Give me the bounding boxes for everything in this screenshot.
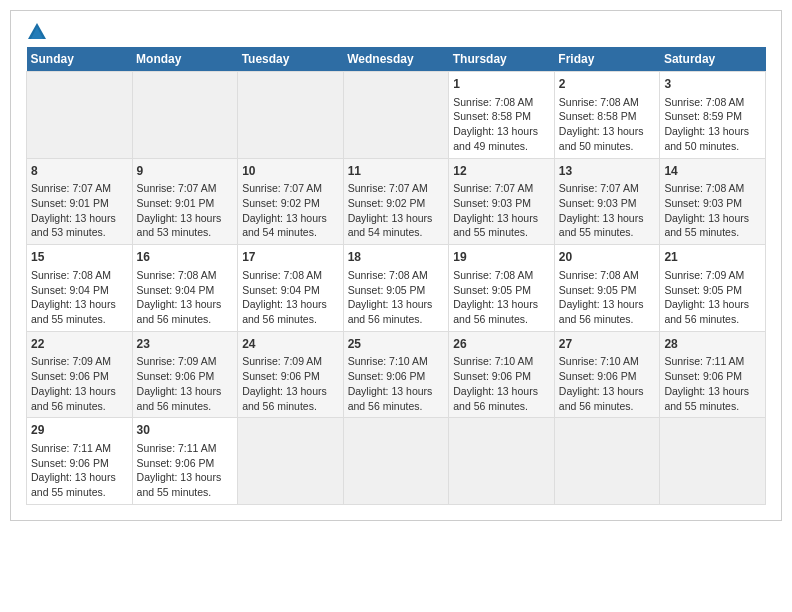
calendar-cell [27, 72, 133, 159]
day-number: 30 [137, 422, 234, 439]
calendar-cell: 28Sunrise: 7:11 AM Sunset: 9:06 PM Dayli… [660, 331, 766, 418]
day-number: 24 [242, 336, 339, 353]
calendar-cell: 14Sunrise: 7:08 AM Sunset: 9:03 PM Dayli… [660, 158, 766, 245]
calendar-cell: 1Sunrise: 7:08 AM Sunset: 8:58 PM Daylig… [449, 72, 555, 159]
calendar-cell: 16Sunrise: 7:08 AM Sunset: 9:04 PM Dayli… [132, 245, 238, 332]
calendar-cell: 18Sunrise: 7:08 AM Sunset: 9:05 PM Dayli… [343, 245, 449, 332]
day-number: 25 [348, 336, 445, 353]
day-number: 15 [31, 249, 128, 266]
col-wednesday: Wednesday [343, 47, 449, 72]
calendar-table: Sunday Monday Tuesday Wednesday Thursday… [26, 47, 766, 505]
week-row-4: 22Sunrise: 7:09 AM Sunset: 9:06 PM Dayli… [27, 331, 766, 418]
calendar-cell: 29Sunrise: 7:11 AM Sunset: 9:06 PM Dayli… [27, 418, 133, 505]
calendar-cell [343, 418, 449, 505]
calendar-cell: 9Sunrise: 7:07 AM Sunset: 9:01 PM Daylig… [132, 158, 238, 245]
col-saturday: Saturday [660, 47, 766, 72]
col-thursday: Thursday [449, 47, 555, 72]
calendar-cell: 22Sunrise: 7:09 AM Sunset: 9:06 PM Dayli… [27, 331, 133, 418]
calendar-cell: 10Sunrise: 7:07 AM Sunset: 9:02 PM Dayli… [238, 158, 344, 245]
day-number: 2 [559, 76, 656, 93]
calendar-cell [238, 418, 344, 505]
calendar-cell [449, 418, 555, 505]
day-number: 18 [348, 249, 445, 266]
day-number: 22 [31, 336, 128, 353]
day-number: 13 [559, 163, 656, 180]
day-number: 28 [664, 336, 761, 353]
day-number: 23 [137, 336, 234, 353]
logo [26, 21, 56, 43]
calendar-cell: 8Sunrise: 7:07 AM Sunset: 9:01 PM Daylig… [27, 158, 133, 245]
week-row-1: 1Sunrise: 7:08 AM Sunset: 8:58 PM Daylig… [27, 72, 766, 159]
day-number: 8 [31, 163, 128, 180]
day-number: 9 [137, 163, 234, 180]
header [26, 21, 766, 43]
calendar-cell: 20Sunrise: 7:08 AM Sunset: 9:05 PM Dayli… [554, 245, 660, 332]
calendar-cell [343, 72, 449, 159]
calendar-cell: 27Sunrise: 7:10 AM Sunset: 9:06 PM Dayli… [554, 331, 660, 418]
calendar-cell: 23Sunrise: 7:09 AM Sunset: 9:06 PM Dayli… [132, 331, 238, 418]
calendar-cell: 2Sunrise: 7:08 AM Sunset: 8:58 PM Daylig… [554, 72, 660, 159]
day-number: 17 [242, 249, 339, 266]
calendar-cell: 26Sunrise: 7:10 AM Sunset: 9:06 PM Dayli… [449, 331, 555, 418]
day-number: 27 [559, 336, 656, 353]
day-number: 11 [348, 163, 445, 180]
day-number: 16 [137, 249, 234, 266]
col-friday: Friday [554, 47, 660, 72]
calendar-cell: 17Sunrise: 7:08 AM Sunset: 9:04 PM Dayli… [238, 245, 344, 332]
calendar-cell: 19Sunrise: 7:08 AM Sunset: 9:05 PM Dayli… [449, 245, 555, 332]
calendar-cell: 21Sunrise: 7:09 AM Sunset: 9:05 PM Dayli… [660, 245, 766, 332]
calendar-cell: 13Sunrise: 7:07 AM Sunset: 9:03 PM Dayli… [554, 158, 660, 245]
logo-icon [26, 21, 48, 43]
day-number: 21 [664, 249, 761, 266]
calendar-cell: 12Sunrise: 7:07 AM Sunset: 9:03 PM Dayli… [449, 158, 555, 245]
day-number: 20 [559, 249, 656, 266]
col-sunday: Sunday [27, 47, 133, 72]
week-row-5: 29Sunrise: 7:11 AM Sunset: 9:06 PM Dayli… [27, 418, 766, 505]
calendar-cell: 30Sunrise: 7:11 AM Sunset: 9:06 PM Dayli… [132, 418, 238, 505]
day-number: 19 [453, 249, 550, 266]
calendar-cell: 3Sunrise: 7:08 AM Sunset: 8:59 PM Daylig… [660, 72, 766, 159]
col-monday: Monday [132, 47, 238, 72]
day-number: 14 [664, 163, 761, 180]
day-number: 1 [453, 76, 550, 93]
day-number: 12 [453, 163, 550, 180]
calendar-cell: 15Sunrise: 7:08 AM Sunset: 9:04 PM Dayli… [27, 245, 133, 332]
calendar-cell [660, 418, 766, 505]
calendar-container: Sunday Monday Tuesday Wednesday Thursday… [10, 10, 782, 521]
day-number: 10 [242, 163, 339, 180]
calendar-cell [554, 418, 660, 505]
day-number: 3 [664, 76, 761, 93]
calendar-cell: 11Sunrise: 7:07 AM Sunset: 9:02 PM Dayli… [343, 158, 449, 245]
week-row-3: 15Sunrise: 7:08 AM Sunset: 9:04 PM Dayli… [27, 245, 766, 332]
col-tuesday: Tuesday [238, 47, 344, 72]
column-headers: Sunday Monday Tuesday Wednesday Thursday… [27, 47, 766, 72]
day-number: 26 [453, 336, 550, 353]
day-number: 29 [31, 422, 128, 439]
week-row-2: 8Sunrise: 7:07 AM Sunset: 9:01 PM Daylig… [27, 158, 766, 245]
calendar-cell [132, 72, 238, 159]
calendar-cell: 25Sunrise: 7:10 AM Sunset: 9:06 PM Dayli… [343, 331, 449, 418]
calendar-cell [238, 72, 344, 159]
calendar-cell: 24Sunrise: 7:09 AM Sunset: 9:06 PM Dayli… [238, 331, 344, 418]
